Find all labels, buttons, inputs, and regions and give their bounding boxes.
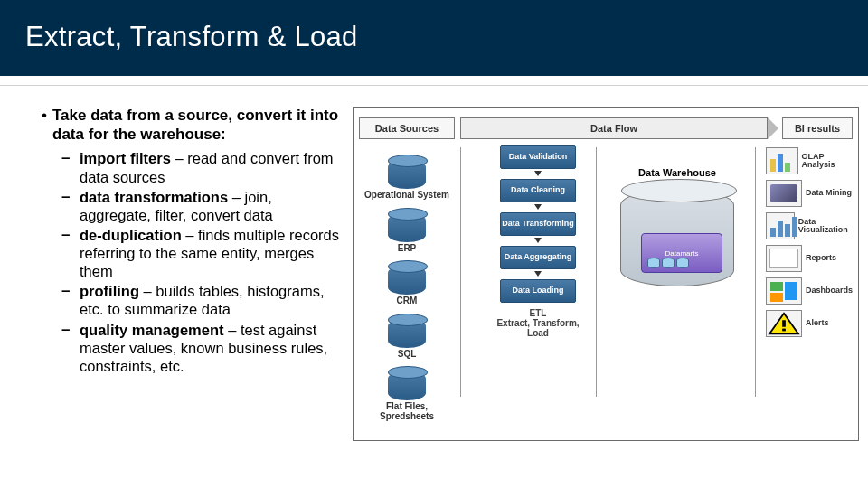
main-bullet-text: Take data from a source, convert it into… bbox=[52, 107, 340, 144]
dash: – bbox=[61, 282, 80, 318]
sub-bullet: –profiling – builds tables, histograms, … bbox=[61, 282, 340, 318]
flow-arrow-icon bbox=[768, 117, 778, 139]
divider bbox=[596, 147, 597, 397]
bi-row: Data Mining bbox=[766, 180, 853, 207]
bi-row: Data Visualization bbox=[766, 212, 853, 239]
mini-cylinder-icon bbox=[647, 258, 660, 268]
bi-label: Data Mining bbox=[806, 189, 852, 197]
svg-rect-2 bbox=[782, 329, 786, 332]
bi-label: Dashboards bbox=[806, 286, 853, 295]
divider bbox=[460, 147, 461, 397]
sub-bullet-text: de-duplication – finds multiple records … bbox=[80, 226, 340, 280]
bi-row: OLAP Analysis bbox=[766, 147, 853, 174]
sub-bullet-text: data transformations – join, aggregate, … bbox=[80, 188, 340, 224]
bi-thumbnail-icon bbox=[766, 180, 802, 207]
etl-step-box: Data Validation bbox=[500, 145, 576, 169]
header-data-sources: Data Sources bbox=[359, 117, 455, 139]
source-cylinder-icon bbox=[388, 319, 426, 348]
down-arrow-icon bbox=[534, 271, 542, 277]
sub-bullet: –data transformations – join, aggregate,… bbox=[61, 188, 340, 224]
dash: – bbox=[61, 321, 80, 375]
source-label: Operational System bbox=[359, 191, 455, 201]
bi-thumbnail-icon bbox=[766, 212, 795, 239]
bi-label: OLAP Analysis bbox=[802, 153, 853, 170]
svg-rect-1 bbox=[782, 320, 786, 326]
etl-step-box: Data Transforming bbox=[500, 212, 576, 236]
down-arrow-icon bbox=[534, 238, 542, 243]
divider bbox=[755, 147, 756, 397]
warehouse-cylinder-icon: Datamarts bbox=[620, 189, 734, 286]
bi-label: Data Visualization bbox=[798, 218, 853, 235]
dw-label: Data Warehouse bbox=[605, 167, 750, 178]
bi-row: Dashboards bbox=[766, 277, 853, 305]
etl-step-box: Data Loading bbox=[500, 279, 576, 303]
datamarts-box: Datamarts bbox=[641, 233, 722, 273]
etl-diagram: Data Sources Data Flow BI results Operat… bbox=[353, 107, 859, 441]
bullet-dot: • bbox=[36, 107, 52, 144]
source-label: ERP bbox=[359, 244, 455, 254]
sub-bullet: –quality management – test against maste… bbox=[61, 321, 340, 375]
sub-bullet: –import filters – read and convert from … bbox=[61, 149, 340, 185]
bi-thumbnail-icon bbox=[766, 147, 798, 174]
etl-steps-column: Data ValidationData CleaningData Transfo… bbox=[487, 145, 589, 338]
source-label: CRM bbox=[359, 296, 455, 306]
bi-row: Reports bbox=[766, 245, 853, 272]
horizontal-rule bbox=[0, 85, 868, 86]
etl-step-box: Data Aggregating bbox=[500, 246, 576, 269]
source-label: Flat Files, Spredsheets bbox=[359, 402, 455, 421]
data-sources-column: Operational SystemERPCRMSQLFlat Files, S… bbox=[359, 151, 455, 421]
header-data-flow: Data Flow bbox=[460, 117, 768, 139]
source-cylinder-icon bbox=[388, 266, 426, 295]
bi-thumbnail-icon bbox=[766, 245, 802, 272]
down-arrow-icon bbox=[534, 204, 542, 210]
content-area: • Take data from a source, convert it in… bbox=[0, 76, 868, 441]
main-bullet: • Take data from a source, convert it in… bbox=[36, 107, 340, 144]
text-column: • Take data from a source, convert it in… bbox=[36, 107, 340, 441]
header-bi-results: BI results bbox=[782, 117, 853, 139]
source-label: SQL bbox=[359, 350, 455, 360]
source-cylinder-icon bbox=[388, 160, 426, 189]
sub-bullet-text: profiling – builds tables, histograms, e… bbox=[80, 282, 340, 318]
dash: – bbox=[61, 149, 80, 185]
bi-thumbnail-icon bbox=[766, 277, 802, 305]
datamarts-label: Datamarts bbox=[665, 249, 699, 258]
source-cylinder-icon bbox=[388, 371, 426, 400]
dash: – bbox=[61, 226, 80, 280]
sub-bullet-text: import filters – read and convert from d… bbox=[80, 149, 340, 185]
down-arrow-icon bbox=[534, 171, 542, 176]
diagram-header-row: Data Sources Data Flow BI results bbox=[359, 117, 853, 140]
mini-cylinder-icon bbox=[662, 258, 675, 268]
mini-cylinder-icon bbox=[676, 258, 689, 268]
source-cylinder-icon bbox=[388, 213, 426, 242]
sub-bullet-list: –import filters – read and convert from … bbox=[61, 149, 340, 375]
sub-bullet-text: quality management – test against master… bbox=[80, 321, 340, 375]
title-bar: Extract, Transform & Load bbox=[0, 0, 868, 76]
sub-bullet: –de-duplication – finds multiple records… bbox=[61, 226, 340, 280]
bi-results-column: OLAP AnalysisData MiningData Visualizati… bbox=[766, 147, 853, 343]
bi-row: Alerts bbox=[766, 310, 853, 337]
bi-label: Alerts bbox=[806, 319, 829, 327]
etl-caption: ETLExtract, Transform, Load bbox=[487, 308, 589, 338]
dash: – bbox=[61, 188, 80, 224]
etl-step-box: Data Cleaning bbox=[500, 179, 576, 202]
data-warehouse-column: Data Warehouse Datamarts bbox=[605, 162, 750, 290]
bi-label: Reports bbox=[806, 254, 836, 262]
slide-title: Extract, Transform & Load bbox=[0, 0, 868, 53]
bi-thumbnail-icon bbox=[766, 310, 802, 337]
